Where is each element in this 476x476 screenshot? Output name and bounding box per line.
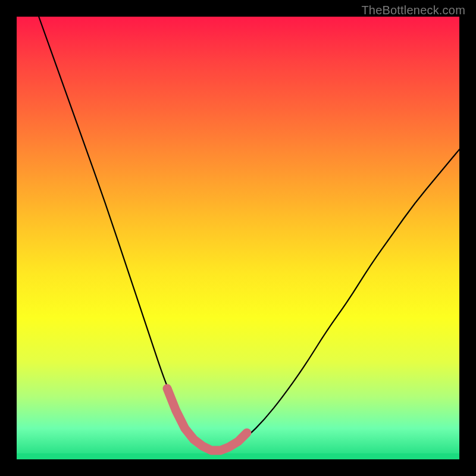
chart-svg [17, 17, 459, 459]
watermark-text: TheBottleneck.com [361, 4, 465, 17]
chart-frame: TheBottleneck.com [0, 0, 476, 476]
optimal-zone-highlight [167, 389, 247, 450]
bottleneck-curve [39, 17, 459, 450]
